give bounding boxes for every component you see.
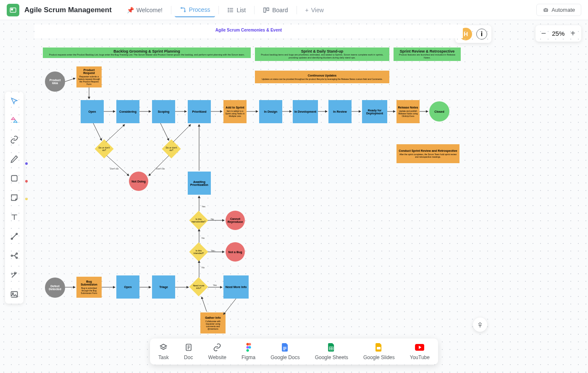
tab-label: Welcome! bbox=[136, 7, 163, 13]
lane-subtitle: Product requests enter the Product Backl… bbox=[46, 53, 247, 56]
tab-process[interactable]: Process bbox=[175, 3, 215, 17]
separator bbox=[171, 6, 171, 14]
tab-label: List bbox=[236, 7, 246, 13]
node-cannot-repro[interactable]: Cannot Reproduce bbox=[226, 211, 245, 230]
svg-rect-10 bbox=[264, 8, 266, 12]
label-dontdo: Don't do bbox=[110, 167, 118, 170]
node-add-to-sprint[interactable]: Add to SprintItem is added to a Sprint u… bbox=[223, 100, 247, 123]
node-prioritized[interactable]: Prioritized bbox=[188, 100, 211, 123]
node-bug-submission[interactable]: Bug SubmissionBug is submitted through t… bbox=[76, 277, 102, 298]
lane-subtitle: Product backlog items and bugs are prior… bbox=[258, 53, 386, 59]
svg-rect-67 bbox=[283, 349, 285, 350]
flow-icon bbox=[180, 6, 186, 13]
node-need-more-info[interactable]: Need More Info bbox=[223, 275, 249, 299]
node-defect[interactable]: Defect Detected bbox=[45, 278, 65, 298]
diagram-title: Agile Scrum Ceremonies & Event bbox=[34, 24, 463, 38]
svg-line-40 bbox=[107, 156, 129, 176]
add-view-button[interactable]: + View bbox=[300, 3, 329, 17]
node-not-doing[interactable]: Not Doing bbox=[129, 172, 148, 191]
box-title: Continuous Updates bbox=[308, 74, 336, 77]
dock-label: Figma bbox=[242, 354, 255, 360]
node-considering[interactable]: Considering bbox=[116, 100, 139, 123]
decision-reproducible[interactable]: Is this reproducible? bbox=[189, 211, 208, 230]
gsheets-icon bbox=[327, 343, 336, 352]
node-retrospective[interactable]: Conduct Sprint Review and RetrospectiveA… bbox=[396, 144, 459, 163]
header: Agile Scrum Management 📌 Welcome! Proces… bbox=[0, 0, 588, 20]
decision-do-dont-2[interactable]: Do or don't do? bbox=[162, 139, 181, 158]
dock-website[interactable]: Website bbox=[208, 343, 226, 360]
whiteboard-canvas[interactable]: Agile Scrum Ceremonies & Event Backlog G… bbox=[0, 20, 588, 373]
tab-list[interactable]: List bbox=[222, 3, 251, 17]
label-yes: Yes bbox=[202, 205, 205, 208]
separator bbox=[218, 6, 219, 14]
svg-rect-66 bbox=[283, 348, 286, 349]
svg-line-37 bbox=[106, 124, 125, 142]
node-scoping[interactable]: Scoping bbox=[152, 100, 175, 123]
label-dontdo: Don't do bbox=[156, 167, 165, 170]
diagram: Agile Scrum Ceremonies & Event Backlog G… bbox=[34, 24, 463, 38]
node-triage[interactable]: Triage bbox=[152, 275, 175, 299]
dock-label: Task bbox=[158, 354, 169, 360]
decision-need-more[interactable]: Need more info? bbox=[189, 277, 208, 296]
dock-youtube[interactable]: YouTube bbox=[410, 343, 430, 360]
node-in-review[interactable]: In Review bbox=[328, 100, 352, 123]
node-in-development[interactable]: In Development bbox=[293, 100, 318, 123]
dock-gdocs[interactable]: Google Docs bbox=[270, 343, 299, 360]
node-ready-deploy[interactable]: Ready for Deployment bbox=[362, 100, 387, 123]
lane-title: Backlog Grooming & Sprint Planning bbox=[46, 49, 247, 53]
label-no: No bbox=[202, 237, 205, 239]
dock-doc[interactable]: Doc bbox=[184, 343, 193, 360]
node-product-idea[interactable]: Product Idea bbox=[45, 71, 65, 92]
insert-dock: Task Doc Website Figma Google Docs Googl… bbox=[150, 339, 438, 365]
dock-gsheets[interactable]: Google Sheets bbox=[315, 343, 348, 360]
node-closed[interactable]: Closed bbox=[429, 101, 449, 122]
svg-point-9 bbox=[228, 11, 228, 12]
label-yes: Yes bbox=[213, 284, 217, 286]
svg-line-54 bbox=[202, 297, 207, 312]
svg-point-2 bbox=[181, 7, 182, 8]
automate-button[interactable]: Automate bbox=[536, 4, 581, 16]
decision-intended[interactable]: Is this intended? bbox=[189, 242, 208, 261]
app-icon bbox=[7, 4, 19, 16]
separator bbox=[297, 6, 297, 14]
dock-label: Website bbox=[208, 354, 226, 360]
pin-icon: 📌 bbox=[127, 7, 134, 13]
pin-icon bbox=[477, 321, 483, 328]
node-open-bug[interactable]: Open bbox=[116, 275, 139, 299]
svg-rect-11 bbox=[267, 8, 269, 11]
svg-point-64 bbox=[246, 349, 249, 352]
svg-rect-71 bbox=[377, 347, 381, 349]
node-in-design[interactable]: In Design bbox=[259, 100, 282, 123]
lane-title: Sprint Review & Retrospective bbox=[397, 49, 457, 53]
node-awaiting[interactable]: Awaiting Prioritization bbox=[188, 172, 211, 195]
label-no: No bbox=[202, 266, 205, 269]
add-view-label: View bbox=[311, 7, 324, 13]
node-release-notes[interactable]: Release NotesUpdate and publish Release … bbox=[396, 100, 420, 123]
tab-board[interactable]: Board bbox=[258, 3, 293, 17]
lane-title: Sprint & Daily Stand-up bbox=[258, 49, 386, 53]
dock-label: YouTube bbox=[410, 354, 430, 360]
decision-do-dont-1[interactable]: Do or don't do? bbox=[94, 139, 113, 158]
tab-label: Process bbox=[189, 6, 210, 13]
svg-line-38 bbox=[160, 123, 169, 140]
task-icon bbox=[159, 343, 168, 352]
lane-sprint: Sprint & Daily Stand-up Product backlog … bbox=[255, 48, 389, 61]
svg-point-14 bbox=[546, 10, 547, 11]
lane-review: Sprint Review & Retrospective Product fe… bbox=[394, 48, 461, 61]
board-icon bbox=[263, 7, 270, 13]
svg-point-63 bbox=[248, 346, 251, 349]
continuous-updates: Continuous Updates Updates on status can… bbox=[255, 71, 389, 83]
gslides-icon bbox=[374, 343, 383, 352]
pin-dock-button[interactable] bbox=[473, 317, 487, 332]
dock-task[interactable]: Task bbox=[158, 343, 169, 360]
node-open[interactable]: Open bbox=[81, 100, 104, 123]
tab-welcome[interactable]: 📌 Welcome! bbox=[122, 3, 168, 17]
box-sub: Updates on status can be provided throug… bbox=[262, 78, 383, 80]
label-yes: Yes bbox=[211, 249, 215, 252]
node-product-request[interactable]: Product RequestRequester submits a featu… bbox=[76, 66, 102, 87]
node-not-bug[interactable]: Not a Bug bbox=[226, 242, 245, 262]
node-gather-info[interactable]: Gather InfoCollaborate with requester us… bbox=[200, 312, 226, 333]
dock-figma[interactable]: Figma bbox=[242, 343, 255, 360]
dock-label: Google Sheets bbox=[315, 354, 348, 360]
dock-gslides[interactable]: Google Slides bbox=[363, 343, 395, 360]
